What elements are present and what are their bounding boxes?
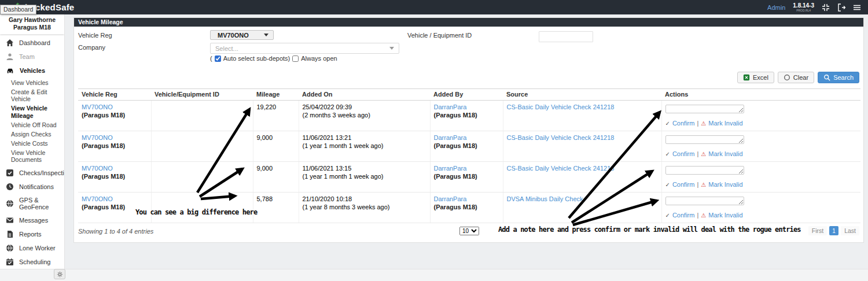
source-link[interactable]: DVSA Minibus Daily Check — [507, 195, 583, 202]
sidebar-item-scheduling[interactable]: Scheduling — [0, 255, 64, 269]
col-added-on[interactable]: Added On — [299, 89, 430, 101]
submenu-view-vehicles[interactable]: View Vehicles — [11, 78, 64, 87]
sidebar-item-reports[interactable]: Reports — [0, 227, 64, 241]
mark-invalid-link[interactable]: Mark Invalid — [708, 150, 742, 157]
col-mileage[interactable]: Mileage — [253, 89, 299, 101]
vehicle-depot: (Paragus M18) — [82, 142, 125, 149]
submenu-vehicle-costs[interactable]: Vehicle Costs — [11, 139, 64, 148]
excel-button-label: Excel — [753, 74, 768, 81]
sidebar-item-label: Reports — [19, 231, 42, 238]
search-button-label: Search — [833, 74, 854, 81]
page-size-select[interactable]: 10 — [459, 227, 479, 235]
version-number: 1.8.14-3 — [793, 3, 814, 9]
version-block: 1.8.14-3 PROD.RL4 — [793, 3, 814, 12]
vehicle-reg-link[interactable]: MV70ONO — [82, 134, 113, 141]
submenu-assign-checks[interactable]: Assign Checks — [11, 130, 64, 139]
page: CheckedSafe Admin 1.8.14-3 PROD.RL4 Dash… — [0, 0, 868, 281]
source-link[interactable]: CS-Basic Daily Vehicle Check 241218 — [507, 103, 615, 110]
sidebar-item-vehicles[interactable]: Vehicles — [0, 64, 64, 77]
check-icon: ✓ — [665, 120, 670, 127]
equipment-id-cell — [151, 131, 253, 162]
note-input[interactable] — [665, 166, 744, 175]
sidebar-item-team[interactable]: Team — [0, 50, 64, 64]
confirm-link[interactable]: Confirm — [672, 120, 695, 127]
col-added-by[interactable]: Added By — [430, 89, 503, 101]
note-input[interactable] — [665, 135, 744, 144]
globe-icon — [6, 244, 14, 252]
clear-button[interactable]: Clear — [778, 72, 814, 83]
separator: | — [697, 181, 698, 188]
added-by-depot: (Paragus M18) — [434, 204, 477, 210]
sidebar-item-gps-geofence[interactable]: GPS & GeoFence — [0, 194, 64, 213]
excel-button[interactable]: Excel — [737, 72, 774, 83]
always-open-checkbox[interactable] — [292, 56, 299, 62]
car-icon — [6, 66, 14, 75]
pagination-current-page[interactable]: 1 — [829, 226, 838, 235]
col-vehicle-equipment-id[interactable]: Vehicle/Equipment ID — [151, 89, 253, 101]
chevron-down-icon — [389, 47, 394, 50]
check-icon: ✓ — [665, 151, 670, 157]
table-row: MV70ONO(Paragus M18) 9,000 11/06/2021 13… — [78, 162, 860, 193]
sidebar-item-lone-worker[interactable]: Lone Worker — [0, 241, 64, 255]
submenu-create-edit-vehicle[interactable]: Create & Edit Vehicle — [11, 87, 64, 103]
home-icon — [6, 39, 14, 47]
team-icon — [6, 53, 14, 61]
confirm-link[interactable]: Confirm — [672, 150, 695, 157]
added-by-link[interactable]: DarranPara — [434, 103, 467, 110]
check-icon: ✓ — [665, 212, 670, 219]
confirm-link[interactable]: Confirm — [672, 212, 695, 219]
auto-select-subdepots-checkbox[interactable] — [215, 56, 221, 62]
added-by-link[interactable]: DarranPara — [434, 165, 467, 172]
added-by-link[interactable]: DarranPara — [434, 134, 467, 141]
vehicle-reg-link[interactable]: MV70ONO — [82, 103, 113, 110]
calendar-icon — [6, 258, 14, 266]
mark-invalid-link[interactable]: Mark Invalid — [708, 212, 742, 219]
note-input[interactable] — [665, 105, 744, 113]
vehicle-reg-link[interactable]: MV70ONO — [82, 165, 113, 172]
sidebar-item-messages[interactable]: Messages — [0, 213, 64, 227]
search-button[interactable]: Search — [818, 72, 859, 83]
vehicle-equipment-id-label: Vehicle / Equipment ID — [407, 32, 472, 39]
sidebar-item-label: Messages — [19, 217, 48, 224]
sidebar-item-label: GPS & GeoFence — [19, 197, 64, 210]
table-row: MV70ONO(Paragus M18) 5,788 21/10/2020 10… — [78, 193, 860, 223]
settings-gear-button[interactable] — [54, 269, 65, 279]
pagination-last-button[interactable]: Last — [841, 226, 859, 235]
submenu-view-vehicle-documents[interactable]: View Vehicle Documents — [11, 148, 64, 164]
col-vehicle-reg[interactable]: Vehicle Reg — [78, 89, 151, 101]
confirm-link[interactable]: Confirm — [672, 181, 695, 188]
search-icon — [823, 74, 830, 81]
clear-circle-icon — [784, 74, 790, 81]
pagination-first-button[interactable]: First — [808, 226, 827, 235]
sidebar-item-notifications[interactable]: Notifications — [0, 180, 64, 194]
note-input[interactable] — [665, 197, 744, 205]
clock-icon — [6, 183, 14, 191]
sidebar-item-dashboard[interactable]: Dashboard — [0, 36, 64, 50]
submenu-vehicle-off-road[interactable]: Vehicle Off Road — [11, 120, 64, 130]
submenu-view-vehicle-mileage[interactable]: View Vehicle Mileage — [11, 103, 64, 120]
source-link[interactable]: CS-Basic Daily Vehicle Check 241218 — [507, 165, 615, 172]
sidebar-item-checks-inspections[interactable]: Checks/Inspections — [0, 166, 64, 180]
admin-link[interactable]: Admin — [767, 4, 785, 11]
company-placeholder: Select... — [215, 45, 238, 52]
fullscreen-toggle-icon[interactable] — [822, 3, 830, 12]
col-actions[interactable]: Actions — [661, 89, 860, 101]
source-link[interactable]: CS-Basic Daily Vehicle Check 241218 — [507, 134, 615, 141]
mark-invalid-link[interactable]: Mark Invalid — [708, 181, 742, 188]
vehicle-reg-select[interactable]: MV70ONO — [210, 30, 274, 40]
dashboard-tooltip: Dashboard — [0, 5, 36, 14]
logout-icon[interactable] — [837, 3, 845, 12]
mark-invalid-link[interactable]: Mark Invalid — [708, 120, 742, 127]
added-by-link[interactable]: DarranPara — [434, 195, 467, 202]
vehicle-equipment-id-input[interactable] — [539, 31, 593, 42]
sidebar-item-label: Checks/Inspections — [19, 169, 65, 176]
separator: | — [697, 120, 698, 127]
report-file-icon — [6, 230, 14, 238]
sidebar-item-label: Notifications — [19, 183, 54, 190]
menu-hamburger-icon[interactable] — [853, 3, 861, 12]
vehicle-reg-link[interactable]: MV70ONO — [82, 195, 113, 202]
col-source[interactable]: Source — [503, 89, 661, 101]
sidebar-item-label: Team — [19, 53, 35, 60]
company-select[interactable]: Select... — [210, 43, 399, 54]
action-buttons-row: Excel Clear Search — [737, 72, 859, 83]
